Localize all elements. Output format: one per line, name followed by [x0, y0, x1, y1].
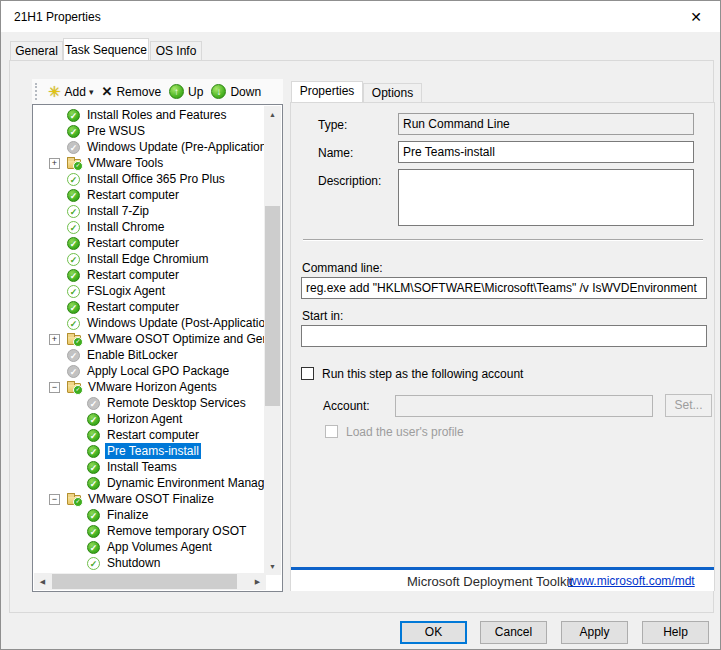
check-outline-icon: ✓: [67, 221, 80, 234]
close-icon[interactable]: ✕: [682, 6, 710, 28]
load-profile-label: Load the user's profile: [346, 425, 464, 439]
command-line-field[interactable]: [301, 277, 707, 299]
tree-item-label: FSLogix Agent: [85, 283, 167, 299]
type-label: Type:: [318, 118, 347, 132]
tree-item[interactable]: ✓FSLogix Agent: [34, 283, 264, 299]
tree-item[interactable]: ✓Dynamic Environment Manager: [34, 475, 264, 491]
cancel-button[interactable]: Cancel: [480, 621, 547, 644]
tree-item[interactable]: ✓Finalize: [34, 507, 264, 523]
expander-minus-icon[interactable]: −: [49, 494, 60, 505]
tree-item-label: Restart computer: [85, 267, 181, 283]
add-starburst-icon: ✳: [48, 84, 61, 99]
tab-os-info[interactable]: OS Info: [150, 41, 202, 61]
scroll-down-icon[interactable]: ▼: [264, 558, 281, 575]
scroll-left-icon[interactable]: ◀: [34, 573, 51, 590]
down-button[interactable]: ↓ Down: [207, 81, 265, 102]
tree-item[interactable]: ✓Restart computer: [34, 267, 264, 283]
tree-item[interactable]: −VMware OSOT Finalize: [34, 491, 264, 507]
tree-item[interactable]: ✓Remote Desktop Services: [34, 395, 264, 411]
run-as-account-checkbox[interactable]: [301, 367, 314, 380]
tree-item[interactable]: ✓Install Office 365 Pro Plus: [34, 171, 264, 187]
description-label: Description:: [318, 174, 381, 188]
tree-item-label: Install Office 365 Pro Plus: [85, 171, 227, 187]
tree-item[interactable]: ✓Restart computer: [34, 235, 264, 251]
scroll-up-icon[interactable]: ▲: [264, 106, 281, 123]
horizontal-scroll-thumb[interactable]: [52, 574, 237, 589]
description-field[interactable]: [398, 169, 694, 226]
tree-item-label: Enable BitLocker: [85, 347, 180, 363]
tree-item[interactable]: ✓Pre WSUS: [34, 123, 264, 139]
tree-item[interactable]: ✓Shutdown: [34, 555, 264, 571]
tree-item[interactable]: ✓Windows Update (Post-Application Ins: [34, 315, 264, 331]
tree-item[interactable]: ✓Install Roles and Features: [34, 107, 264, 123]
tree-item[interactable]: ✓App Volumes Agent: [34, 539, 264, 555]
tree-item-label: Windows Update (Post-Application Ins: [85, 315, 264, 331]
ok-button[interactable]: OK: [400, 621, 467, 644]
type-field: [398, 113, 694, 135]
check-solid-icon: ✓: [87, 445, 100, 458]
tree-horizontal-scrollbar[interactable]: ◀ ▶: [34, 573, 266, 590]
check-gray-icon: ✓: [67, 349, 80, 362]
mdt-link[interactable]: www.microsoft.com/mdt: [568, 574, 695, 588]
tree-item[interactable]: +VMware OSOT Optimize and Generali: [34, 331, 264, 347]
tab-properties[interactable]: Properties: [291, 81, 363, 103]
tree-item[interactable]: ✓Install Chrome: [34, 219, 264, 235]
tree-item[interactable]: ✓Install 7-Zip: [34, 203, 264, 219]
tree-item[interactable]: ✓Remove temporary OSOT: [34, 523, 264, 539]
expander-minus-icon[interactable]: −: [49, 382, 60, 393]
check-solid-icon: ✓: [87, 477, 100, 490]
tab-general[interactable]: General: [10, 41, 63, 61]
remove-button[interactable]: ✕ Remove: [97, 81, 165, 102]
tree-item[interactable]: ✓Enable BitLocker: [34, 347, 264, 363]
tree-item[interactable]: ✓Install Edge Chromium: [34, 251, 264, 267]
remove-x-icon: ✕: [101, 84, 112, 99]
start-in-label: Start in:: [302, 309, 343, 323]
expander-plus-icon[interactable]: +: [49, 158, 60, 169]
add-button[interactable]: ✳ Add ▾: [44, 81, 97, 102]
up-button[interactable]: ↑ Up: [165, 81, 207, 102]
name-field[interactable]: [398, 141, 694, 163]
task-sequence-tree: ✓Install Roles and Features✓Pre WSUS✓Win…: [32, 104, 283, 592]
tree-item-label: Restart computer: [85, 299, 181, 315]
brand-strip: Microsoft Deployment Toolkit www.microso…: [291, 570, 714, 591]
tree-item[interactable]: ✓Pre Teams-install: [34, 443, 264, 459]
check-solid-icon: ✓: [67, 237, 80, 250]
tree-item[interactable]: ✓Restart computer: [34, 427, 264, 443]
check-outline-icon: ✓: [67, 205, 80, 218]
tab-task-sequence[interactable]: Task Sequence: [63, 38, 149, 61]
tree-item[interactable]: ✓Windows Update (Pre-Application Inst: [34, 139, 264, 155]
tree-vertical-scrollbar[interactable]: ▲ ▼: [264, 106, 281, 575]
tree-item-label: VMware Tools: [86, 155, 165, 171]
tree-item[interactable]: ✓Restart computer: [34, 299, 264, 315]
apply-button[interactable]: Apply: [561, 621, 628, 644]
chevron-down-icon: ▾: [89, 87, 94, 97]
expander-plus-icon[interactable]: +: [49, 334, 60, 345]
task-sequence-page: ✳ Add ▾ ✕ Remove ↑ Up ↓ Down ✓Install Ro…: [9, 60, 714, 613]
tree-item-label: VMware Horizon Agents: [86, 379, 219, 395]
tree-item-label: Install 7-Zip: [85, 203, 151, 219]
tree-item-label: Install Teams: [105, 459, 179, 475]
tab-options[interactable]: Options: [363, 83, 422, 103]
tree-item[interactable]: ✓Install Teams: [34, 459, 264, 475]
command-line-label: Command line:: [302, 261, 383, 275]
help-button[interactable]: Help: [642, 621, 709, 644]
folder-icon: [67, 159, 81, 169]
tree-item[interactable]: ✓Horizon Agent: [34, 411, 264, 427]
tree-item-label: Finalize: [105, 507, 150, 523]
load-profile-checkbox: [325, 425, 338, 438]
tree-item[interactable]: +VMware Tools: [34, 155, 264, 171]
tree-item[interactable]: ✓Apply Local GPO Package: [34, 363, 264, 379]
scroll-right-icon[interactable]: ▶: [249, 573, 266, 590]
properties-dialog: 21H1 Properties ✕ General Task Sequence …: [0, 0, 721, 650]
start-in-field[interactable]: [301, 325, 707, 347]
brand-text: Microsoft Deployment Toolkit: [407, 574, 573, 589]
tree-item[interactable]: ✓Restart computer: [34, 187, 264, 203]
check-outline-icon: ✓: [67, 253, 80, 266]
section-divider: [303, 239, 703, 241]
check-outline-icon: ✓: [67, 173, 80, 186]
vertical-scroll-thumb[interactable]: [265, 206, 280, 406]
check-solid-icon: ✓: [67, 189, 80, 202]
tree-item[interactable]: −VMware Horizon Agents: [34, 379, 264, 395]
name-label: Name:: [318, 146, 353, 160]
window-title: 21H1 Properties: [14, 10, 101, 24]
